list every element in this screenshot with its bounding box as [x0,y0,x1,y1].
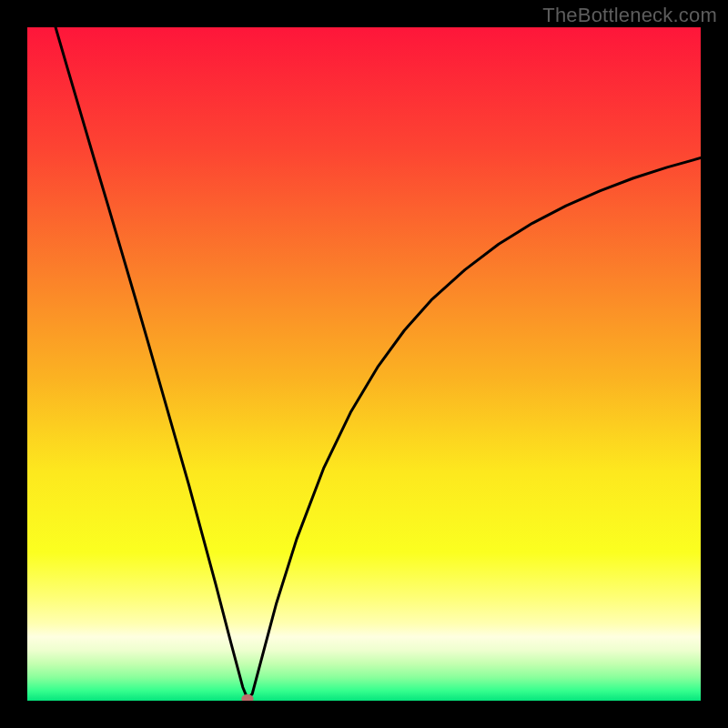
chart-svg [27,27,701,701]
chart-frame: TheBottleneck.com [0,0,728,728]
watermark-text: TheBottleneck.com [542,4,717,27]
plot-area [27,27,701,701]
gradient-background [27,27,701,701]
